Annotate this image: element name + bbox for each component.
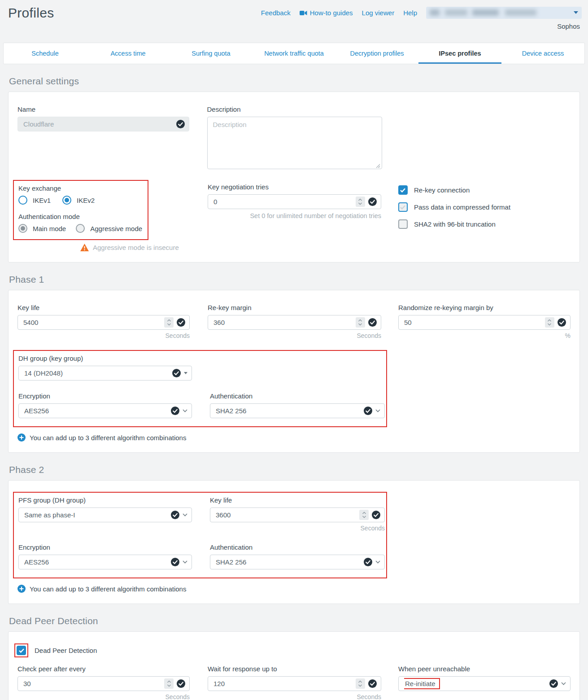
add-circle-icon xyxy=(17,433,26,442)
p1-key-life-field[interactable]: 5400 xyxy=(17,315,190,330)
profile-tabs: Schedule Access time Surfing quota Netwo… xyxy=(3,43,585,64)
valid-check-icon xyxy=(171,511,179,519)
number-stepper[interactable] xyxy=(545,317,554,328)
valid-check-icon xyxy=(372,511,380,519)
general-settings-heading: General settings xyxy=(9,76,580,87)
p1-encryption-value: AES256 xyxy=(24,407,171,415)
p1-randomize-unit: % xyxy=(398,332,571,339)
valid-check-icon xyxy=(177,679,185,688)
aggressive-mode-label: Aggressive mode xyxy=(90,225,142,232)
p1-randomize-field[interactable]: 50 xyxy=(398,315,571,330)
feedback-link[interactable]: Feedback xyxy=(261,9,291,17)
dpd-wait-unit: Seconds xyxy=(208,693,381,700)
main-mode-radio[interactable] xyxy=(18,224,27,233)
dpd-check-peer-label: Check peer after every xyxy=(17,665,190,673)
tab-network-traffic-quota[interactable]: Network traffic quota xyxy=(253,43,335,64)
p2-key-life-field[interactable]: 3600 xyxy=(210,508,385,522)
warning-icon xyxy=(80,244,89,251)
p2-authentication-value: SHA2 256 xyxy=(216,558,364,566)
dpd-check-peer-field[interactable]: 30 xyxy=(17,676,190,691)
caret-down-icon xyxy=(184,372,187,374)
p1-dh-group-label: DH group (key group) xyxy=(18,354,192,362)
sha2-truncation-checkbox[interactable] xyxy=(398,219,408,229)
chevron-down-icon xyxy=(183,560,187,564)
dpd-wait-value: 120 xyxy=(213,680,356,687)
number-stepper[interactable] xyxy=(356,678,365,689)
tab-surfing-quota[interactable]: Surfing quota xyxy=(170,43,253,64)
page-title: Profiles xyxy=(8,5,54,21)
main-mode-label: Main mode xyxy=(33,225,66,232)
howto-guides-link[interactable]: How-to guides xyxy=(300,9,353,17)
valid-check-icon xyxy=(171,558,179,566)
dpd-enable-checkbox[interactable] xyxy=(17,646,26,655)
number-stepper[interactable] xyxy=(164,678,174,689)
description-input[interactable] xyxy=(207,117,382,169)
chevron-down-icon xyxy=(183,513,187,516)
dpd-check-peer-value: 30 xyxy=(23,680,164,687)
dpd-wait-label: Wait for response up to xyxy=(208,665,381,673)
p2-pfs-group-label: PFS group (DH group) xyxy=(18,496,192,504)
number-stepper[interactable] xyxy=(356,317,365,328)
rekey-connection-checkbox[interactable] xyxy=(398,185,408,195)
auth-mode-label: Authentication mode xyxy=(18,213,143,220)
p1-dh-group-select[interactable]: 14 (DH2048) xyxy=(18,366,192,381)
help-link[interactable]: Help xyxy=(403,9,417,17)
ikev1-radio[interactable] xyxy=(18,196,27,205)
valid-check-icon xyxy=(364,407,372,415)
log-viewer-link[interactable]: Log viewer xyxy=(362,9,395,17)
description-label: Description xyxy=(207,105,382,113)
tab-access-time[interactable]: Access time xyxy=(87,43,170,64)
p1-encryption-select[interactable]: AES256 xyxy=(18,403,192,418)
dpd-wait-field[interactable]: 120 xyxy=(208,676,381,691)
account-name-redacted xyxy=(430,9,555,16)
p1-authentication-label: Authentication xyxy=(210,392,385,400)
valid-check-icon xyxy=(172,369,181,377)
general-settings-panel: Name Cloudflare Description Key exchange xyxy=(8,92,580,262)
p2-encryption-label: Encryption xyxy=(18,543,192,551)
tab-ipsec-profiles[interactable]: IPsec profiles xyxy=(418,43,501,64)
number-stepper[interactable] xyxy=(359,510,369,520)
video-camera-icon xyxy=(300,10,307,16)
chevron-down-icon xyxy=(561,682,566,685)
tab-decryption-profiles[interactable]: Decryption profiles xyxy=(335,43,418,64)
ikev2-label: IKEv2 xyxy=(77,197,95,204)
tab-device-access[interactable]: Device access xyxy=(501,43,584,64)
key-exchange-label: Key exchange xyxy=(18,184,143,192)
number-stepper[interactable] xyxy=(164,317,174,328)
account-selector[interactable] xyxy=(426,7,582,19)
p2-pfs-group-select[interactable]: Same as phase-I xyxy=(18,508,192,522)
p2-add-combination[interactable]: You can add up to 3 different algorithm … xyxy=(17,585,571,593)
dpd-checkbox-highlight-box xyxy=(14,643,28,657)
p1-rekey-margin-field[interactable]: 360 xyxy=(208,315,381,330)
ikev1-label: IKEv1 xyxy=(33,197,51,204)
key-negotiation-field[interactable]: 0 xyxy=(208,194,381,209)
tab-schedule[interactable]: Schedule xyxy=(4,43,87,64)
rekey-connection-label: Re-key connection xyxy=(414,186,470,194)
key-negotiation-label: Key negotiation tries xyxy=(208,183,381,191)
p1-add-combination[interactable]: You can add up to 3 different algorithm … xyxy=(17,433,571,442)
name-value: Cloudflare xyxy=(23,120,176,128)
compressed-format-checkbox[interactable] xyxy=(398,202,408,212)
phase1-heading: Phase 1 xyxy=(9,274,580,285)
howto-guides-label: How-to guides xyxy=(310,9,353,17)
key-negotiation-value: 0 xyxy=(213,198,356,206)
name-label: Name xyxy=(17,105,189,113)
p2-key-life-value: 3600 xyxy=(216,511,359,519)
p2-authentication-select[interactable]: SHA2 256 xyxy=(210,555,385,569)
chevron-down-icon xyxy=(375,409,380,412)
key-exchange-highlight-box: Key exchange IKEv1 IKEv2 Authentication … xyxy=(13,180,148,240)
p1-rekey-margin-unit: Seconds xyxy=(208,332,381,339)
p2-authentication-label: Authentication xyxy=(210,543,385,551)
aggressive-mode-radio[interactable] xyxy=(76,224,85,233)
dpd-check-peer-unit: Seconds xyxy=(17,693,190,700)
number-stepper[interactable] xyxy=(356,197,365,207)
dpd-unreachable-select[interactable]: Re-initiate xyxy=(398,676,571,691)
dpd-unreachable-value-highlight: Re-initiate xyxy=(404,678,440,689)
feedback-label: Feedback xyxy=(261,9,291,17)
ikev2-radio[interactable] xyxy=(62,196,71,205)
p1-authentication-select[interactable]: SHA2 256 xyxy=(210,403,385,418)
phase2-panel: PFS group (DH group) Same as phase-I Key… xyxy=(8,480,580,604)
dpd-unreachable-label: When peer unreachable xyxy=(398,665,571,673)
p2-encryption-select[interactable]: AES256 xyxy=(18,555,192,569)
p2-encryption-value: AES256 xyxy=(24,558,171,566)
